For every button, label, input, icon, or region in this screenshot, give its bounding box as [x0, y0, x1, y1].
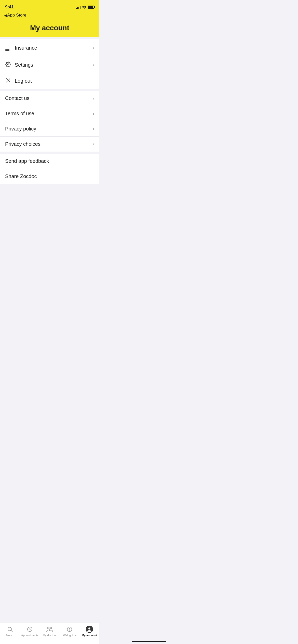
page-title: My account [5, 24, 94, 32]
page-header: My account [0, 20, 99, 37]
misc-menu-section: Send app feedback Share Zocdoc [0, 154, 99, 184]
status-bar: 9:41 [0, 0, 99, 13]
logout-item[interactable]: Log out [0, 73, 99, 89]
insurance-item[interactable]: Insurance › [0, 39, 99, 57]
chevron-right-icon: › [93, 142, 94, 147]
send-feedback-item[interactable]: Send app feedback [0, 154, 99, 169]
settings-label: Settings [15, 62, 33, 68]
privacy-choices-item[interactable]: Privacy choices › [0, 137, 99, 152]
chevron-right-icon: › [93, 63, 94, 67]
privacy-policy-item[interactable]: Privacy policy › [0, 121, 99, 137]
settings-item[interactable]: Settings › [0, 57, 99, 73]
app-store-bar[interactable]: ◀ App Store [0, 13, 99, 20]
content-area: Insurance › Settings › [0, 39, 99, 209]
terms-of-use-item[interactable]: Terms of use › [0, 106, 99, 121]
send-feedback-label: Send app feedback [5, 158, 49, 164]
wifi-icon [82, 6, 86, 9]
signal-icon [76, 5, 80, 9]
logout-label: Log out [15, 78, 32, 84]
insurance-label: Insurance [15, 45, 37, 51]
battery-icon [88, 6, 94, 9]
privacy-policy-label: Privacy policy [5, 126, 36, 132]
app-store-label: App Store [7, 13, 26, 18]
chevron-right-icon: › [93, 127, 94, 131]
contact-us-item[interactable]: Contact us › [0, 91, 99, 106]
x-icon [5, 78, 11, 84]
contact-us-label: Contact us [5, 95, 30, 101]
chevron-right-icon: › [93, 96, 94, 101]
status-time: 9:41 [5, 5, 14, 10]
back-arrow-icon: ◀ [4, 13, 7, 17]
status-icons [76, 5, 94, 9]
chevron-right-icon: › [93, 111, 94, 116]
terms-label: Terms of use [5, 111, 34, 116]
main-menu-section: Insurance › Settings › [0, 39, 99, 89]
share-zocdoc-label: Share Zocdoc [5, 173, 37, 179]
svg-point-0 [7, 64, 9, 65]
chevron-right-icon: › [93, 46, 94, 50]
insurance-icon [5, 44, 11, 52]
share-zocdoc-item[interactable]: Share Zocdoc [0, 169, 99, 184]
legal-menu-section: Contact us › Terms of use › Privacy poli… [0, 91, 99, 152]
gear-icon [5, 62, 11, 68]
privacy-choices-label: Privacy choices [5, 141, 40, 147]
